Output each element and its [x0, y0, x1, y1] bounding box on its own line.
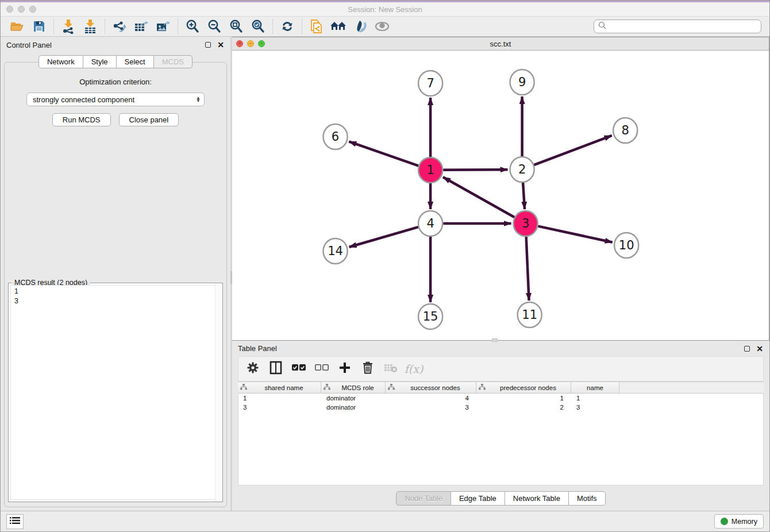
table-cell[interactable]: 2	[477, 403, 572, 412]
table-cell[interactable]: dominator	[322, 394, 386, 403]
export-network-button[interactable]	[109, 18, 130, 35]
table-cell[interactable]: 4	[386, 394, 477, 403]
zoom-in-button[interactable]	[182, 18, 203, 35]
tab-select[interactable]: Select	[117, 55, 154, 68]
graph-node-14[interactable]: 14	[324, 238, 348, 264]
function-builder-button[interactable]: f(x)	[405, 360, 422, 377]
graph-edge-3-11[interactable]	[526, 236, 529, 300]
graph-node-8[interactable]: 8	[613, 118, 637, 143]
table-row[interactable]: 1dominator411	[238, 394, 763, 403]
select-all-button[interactable]	[290, 360, 307, 377]
column-header-shared-name[interactable]: shared name	[238, 382, 321, 394]
save-session-button[interactable]	[28, 18, 50, 35]
column-header-name[interactable]: name	[571, 382, 619, 394]
memory-button[interactable]: Memory	[714, 514, 764, 529]
graph-edge-2-3[interactable]	[523, 182, 525, 209]
delete-column-button[interactable]	[382, 360, 399, 377]
graph-node-15[interactable]: 15	[418, 304, 442, 329]
graph-node-6[interactable]: 6	[324, 124, 348, 149]
search-area	[594, 20, 761, 33]
graph-edge-1-2[interactable]	[443, 169, 507, 170]
zoom-selected-button[interactable]	[247, 18, 269, 35]
close-panel-action-button[interactable]: Close panel	[119, 113, 179, 126]
import-table-button[interactable]	[79, 18, 101, 35]
graph-node-10[interactable]: 10	[614, 233, 638, 258]
delete-rows-button[interactable]	[359, 360, 376, 377]
table-cell[interactable]: 1	[477, 394, 572, 403]
graph-node-7[interactable]: 7	[418, 71, 442, 96]
criterion-selected-value: strongly connected component	[33, 95, 196, 104]
import-network-button[interactable]	[57, 18, 79, 35]
zoom-selected-icon	[251, 19, 265, 34]
graph-edge-2-8[interactable]	[534, 136, 611, 165]
close-icon: ✕	[217, 40, 224, 49]
export-image-button[interactable]	[152, 18, 174, 35]
graph-edge-3-10[interactable]	[538, 226, 612, 242]
tab-motifs[interactable]: Motifs	[569, 491, 606, 506]
criterion-select[interactable]: strongly connected component ▲▼	[26, 92, 205, 106]
zoom-out-button[interactable]	[203, 18, 225, 35]
graph-node-2[interactable]: 2	[510, 157, 534, 182]
search-input[interactable]	[607, 21, 761, 32]
graph-edge-3-1[interactable]	[443, 177, 514, 217]
task-history-button[interactable]	[6, 514, 24, 529]
copy-network-icon	[309, 18, 324, 34]
hide-graphics-details-button[interactable]	[349, 18, 371, 35]
tab-mcds[interactable]: MCDS	[154, 55, 192, 68]
result-scrollbar[interactable]	[215, 283, 222, 502]
tab-node-table[interactable]: Node Table	[396, 491, 451, 506]
table-settings-button[interactable]	[244, 360, 261, 377]
svg-text:2: 2	[518, 162, 526, 176]
svg-text:11: 11	[522, 307, 537, 322]
horizontal-splitter-handle[interactable]	[492, 338, 498, 342]
table-cell[interactable]: 3	[572, 403, 620, 412]
mcds-result-text[interactable]: 1 3	[10, 285, 221, 500]
graph-edge-4-14[interactable]	[349, 227, 418, 247]
export-table-icon	[134, 19, 149, 34]
table-cell[interactable]: 3	[238, 403, 322, 412]
plus-icon	[339, 362, 351, 376]
graph-node-4[interactable]: 4	[418, 211, 442, 236]
tab-network-table[interactable]: Network Table	[505, 491, 569, 506]
table-cell[interactable]: 3	[386, 403, 477, 412]
network-graph-canvas[interactable]: 7968124314101511	[232, 51, 769, 340]
hierarchy-icon	[324, 384, 330, 391]
column-header-MCDS-role[interactable]: MCDS role	[321, 382, 386, 394]
column-header-predecessor-nodes[interactable]: predecessor nodes	[476, 382, 571, 394]
close-panel-button[interactable]: ✕	[217, 41, 225, 49]
show-graphics-details-button[interactable]	[371, 18, 393, 35]
tab-style[interactable]: Style	[83, 55, 117, 68]
tab-network[interactable]: Network	[38, 55, 83, 68]
graph-node-9[interactable]: 9	[510, 70, 534, 95]
table-row[interactable]: 3dominator323	[238, 403, 763, 412]
graph-node-3[interactable]: 3	[514, 211, 538, 236]
zoom-fit-button[interactable]	[225, 18, 247, 35]
unselect-all-button[interactable]	[313, 360, 330, 377]
table-cell[interactable]: 1	[238, 394, 322, 403]
copy-network-button[interactable]	[306, 18, 328, 35]
fx-icon: f(x)	[405, 363, 424, 375]
refresh-layout-button[interactable]	[276, 18, 298, 35]
table-cell[interactable]: dominator	[322, 403, 386, 412]
add-row-button[interactable]	[336, 360, 353, 377]
split-columns-button[interactable]	[267, 360, 284, 377]
float-panel-button[interactable]	[204, 41, 212, 49]
toolbar-separator	[105, 19, 105, 34]
column-header-successor-nodes[interactable]: successor nodes	[386, 382, 476, 394]
table-float-button[interactable]	[743, 345, 751, 353]
graph-edge-1-6[interactable]	[349, 141, 418, 165]
table-cell[interactable]: 1	[572, 394, 620, 403]
mcds-result-fieldset: MCDS result (2 nodes) 1 3	[8, 283, 223, 502]
search-box[interactable]	[594, 20, 761, 33]
open-session-button[interactable]	[6, 18, 28, 35]
table-close-button[interactable]: ✕	[756, 345, 764, 353]
list-icon	[10, 516, 20, 527]
vertical-splitter-handle[interactable]	[230, 271, 232, 284]
export-table-button[interactable]	[130, 18, 152, 35]
run-mcds-button[interactable]: Run MCDS	[52, 113, 111, 126]
unchecked-boxes-icon	[314, 364, 329, 374]
graph-node-1[interactable]: 1	[418, 157, 442, 183]
tab-edge-table[interactable]: Edge Table	[451, 491, 505, 506]
home-networks-button[interactable]	[328, 18, 349, 35]
graph-node-11[interactable]: 11	[518, 302, 542, 327]
